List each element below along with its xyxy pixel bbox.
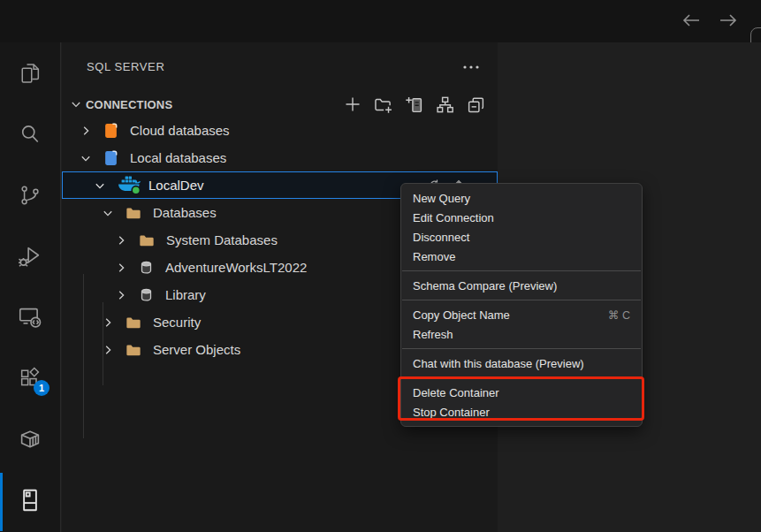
menu-item-disconnect[interactable]: Disconnect [401, 227, 642, 247]
sql-server-icon [17, 487, 43, 513]
activity-bar: 1 [0, 42, 61, 532]
title-bar [0, 0, 761, 42]
menu-item-schema-compare[interactable]: Schema Compare (Preview) [401, 276, 642, 295]
chevron-down-icon [79, 151, 93, 165]
activity-item-remote-explorer[interactable] [0, 286, 60, 347]
tree-item-label: Server Objects [153, 342, 240, 357]
new-connection-group-icon[interactable] [374, 95, 392, 114]
menu-item-remove[interactable]: Remove [401, 247, 642, 266]
container-icon [17, 426, 43, 452]
menu-separator [402, 270, 641, 271]
activity-item-extensions[interactable]: 1 [0, 347, 60, 408]
menu-item-copy-object-name[interactable]: Copy Object Name ⌘ C [401, 305, 642, 324]
tree-item-label: Cloud databases [130, 123, 230, 138]
menu-item-label: Edit Connection [413, 211, 494, 224]
menu-item-label: Chat with this database (Preview) [413, 357, 584, 370]
menu-item-label: Refresh [413, 328, 453, 341]
chevron-down-icon [69, 97, 83, 111]
nav-arrows [681, 9, 739, 32]
tree-item-cloud-databases[interactable]: Cloud databases [62, 117, 498, 144]
folder-icon [126, 206, 141, 220]
cloud-database-group-icon [103, 122, 118, 140]
chevron-down-icon [101, 206, 115, 220]
chevron-down-icon [93, 179, 107, 193]
connections-section-label: CONNECTIONS [86, 98, 172, 111]
more-actions-icon[interactable] [460, 60, 482, 74]
activity-item-source-control[interactable] [0, 164, 60, 225]
menu-item-label: Delete Container [413, 386, 499, 399]
tree-item-label: AdventureWorksLT2022 [165, 260, 307, 275]
activity-item-run-debug[interactable] [0, 225, 60, 286]
context-menu: New Query Edit Connection Disconnect Rem… [400, 183, 643, 427]
tree-item-label: Databases [153, 205, 217, 220]
connect-hierarchy-icon[interactable] [436, 95, 454, 114]
folder-icon [126, 315, 141, 330]
debug-icon [17, 243, 43, 270]
menu-item-refresh[interactable]: Refresh [401, 324, 642, 344]
database-icon [139, 260, 154, 275]
activity-item-containers[interactable] [0, 408, 60, 469]
remote-explorer-icon [17, 304, 43, 331]
chevron-right-icon [114, 233, 128, 247]
connections-section-header[interactable]: CONNECTIONS [62, 92, 498, 117]
new-deployment-icon[interactable] [405, 95, 423, 114]
folder-icon [126, 343, 141, 357]
forward-arrow-icon[interactable] [718, 9, 739, 32]
menu-item-stop-container[interactable]: Stop Container [401, 402, 642, 422]
menu-separator [402, 348, 641, 349]
chevron-right-icon [79, 124, 93, 138]
menu-item-label: Stop Container [413, 406, 490, 419]
tree-item-label: Local databases [130, 150, 226, 165]
menu-item-new-query[interactable]: New Query [401, 188, 642, 208]
search-icon [18, 122, 42, 147]
add-connection-icon[interactable] [343, 95, 361, 114]
sidebar-header: SQL SERVER [62, 42, 498, 92]
docker-whale-icon [118, 176, 141, 195]
active-view-indicator [0, 473, 3, 531]
menu-item-label: Remove [413, 250, 455, 263]
tree-item-label: System Databases [166, 232, 278, 247]
chevron-right-icon [114, 288, 128, 302]
menu-item-label: Copy Object Name [413, 308, 510, 322]
menu-item-label: Disconnect [413, 231, 469, 244]
menu-separator [402, 300, 641, 300]
tree-item-label: Library [165, 287, 206, 302]
extensions-badge: 1 [34, 380, 49, 396]
connections-toolbar [343, 92, 485, 117]
menu-item-edit-connection[interactable]: Edit Connection [401, 208, 642, 227]
chevron-right-icon [114, 261, 128, 275]
menu-separator [402, 377, 641, 378]
menu-item-label: New Query [413, 192, 470, 205]
collapse-all-icon[interactable] [467, 95, 485, 114]
tree-item-label: LocalDev [148, 178, 204, 193]
source-control-icon [18, 183, 42, 208]
activity-item-explorer[interactable] [0, 42, 60, 103]
menu-item-delete-container[interactable]: Delete Container [401, 383, 642, 402]
tree-item-label: Security [153, 315, 201, 330]
chevron-right-icon [101, 315, 115, 330]
back-arrow-icon[interactable] [681, 9, 702, 32]
tree-item-local-databases[interactable]: Local databases [62, 144, 498, 171]
chevron-right-icon [101, 343, 115, 357]
activity-item-search[interactable] [0, 103, 60, 164]
sidebar-title: SQL SERVER [87, 60, 164, 73]
menu-item-label: Schema Compare (Preview) [413, 279, 557, 293]
menu-item-chat-with-database[interactable]: Chat with this database (Preview) [401, 353, 642, 373]
database-icon [139, 287, 154, 302]
menu-shortcut: ⌘ C [608, 308, 630, 322]
activity-item-sql-server[interactable] [0, 469, 60, 530]
folder-icon [139, 233, 155, 247]
files-icon [18, 61, 42, 86]
local-database-group-icon [103, 149, 118, 167]
